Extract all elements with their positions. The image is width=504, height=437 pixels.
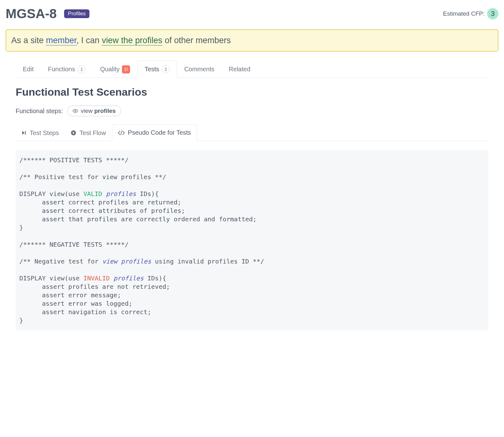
header-left: MGSA-8 Profiles <box>6 6 89 21</box>
subtab-pseudo-code[interactable]: Pseudo Code for Tests <box>112 124 197 141</box>
functions-count-badge: 1 <box>78 65 86 73</box>
test-subtabs: Test Steps Test Flow Pseudo Code for Tes… <box>16 124 488 141</box>
pill-text: view profiles <box>81 108 116 114</box>
tab-tests[interactable]: Tests 2 <box>137 60 177 78</box>
tab-tests-label: Tests <box>144 66 159 73</box>
tab-comments[interactable]: Comments <box>177 60 222 78</box>
story-prefix: As a site <box>11 36 46 45</box>
tab-edit[interactable]: Edit <box>16 60 41 78</box>
code-icon <box>118 130 125 135</box>
profiles-badge: Profiles <box>64 9 89 18</box>
tab-related-label: Related <box>229 66 250 73</box>
user-story-bar: As a site member, I can view the profile… <box>6 29 498 52</box>
page-header: MGSA-8 Profiles Estimated CFP: 3 <box>6 6 498 21</box>
subtab-flow-label: Test Flow <box>79 129 106 137</box>
tab-edit-label: Edit <box>23 66 33 73</box>
story-view-link[interactable]: view the profiles <box>102 36 163 46</box>
story-suffix: of other members <box>162 36 231 45</box>
subtab-steps-label: Test Steps <box>30 129 59 137</box>
pseudo-code-block: /****** POSITIVE TESTS *****/ /** Positi… <box>16 150 488 330</box>
arrow-circle-icon <box>71 130 76 136</box>
view-profiles-pill[interactable]: view profiles <box>67 106 121 116</box>
story-middle: , I can <box>77 36 102 45</box>
tab-quality-label: Quality <box>100 66 119 73</box>
tab-functions[interactable]: Functions 1 <box>41 60 93 78</box>
quality-grade-badge: D <box>122 65 130 73</box>
tab-comments-label: Comments <box>184 66 214 73</box>
eye-icon <box>73 109 78 113</box>
tests-section: Functional Test Scenarios Functional ste… <box>6 78 498 330</box>
svg-point-0 <box>75 110 76 112</box>
main-tabs: Edit Functions 1 Quality D Tests 2 Comme… <box>16 60 488 78</box>
subtab-test-steps[interactable]: Test Steps <box>16 124 65 141</box>
story-member-link[interactable]: member <box>46 36 77 46</box>
svg-rect-1 <box>25 131 26 135</box>
cfp-row: Estimated CFP: 3 <box>443 8 498 19</box>
subtab-pseudo-label: Pseudo Code for Tests <box>128 129 191 136</box>
functional-steps-row: Functional steps: view profiles <box>16 106 488 116</box>
issue-key: MGSA-8 <box>6 6 57 21</box>
step-forward-icon <box>22 130 27 135</box>
tab-related[interactable]: Related <box>222 60 258 78</box>
cfp-value-badge: 3 <box>487 8 498 19</box>
tab-quality[interactable]: Quality D <box>93 60 137 78</box>
subtab-test-flow[interactable]: Test Flow <box>65 124 112 141</box>
cfp-label: Estimated CFP: <box>443 10 485 17</box>
functional-steps-label: Functional steps: <box>16 108 63 115</box>
tab-functions-label: Functions <box>48 66 75 73</box>
section-title: Functional Test Scenarios <box>16 86 488 98</box>
tests-count-badge: 2 <box>162 65 170 73</box>
